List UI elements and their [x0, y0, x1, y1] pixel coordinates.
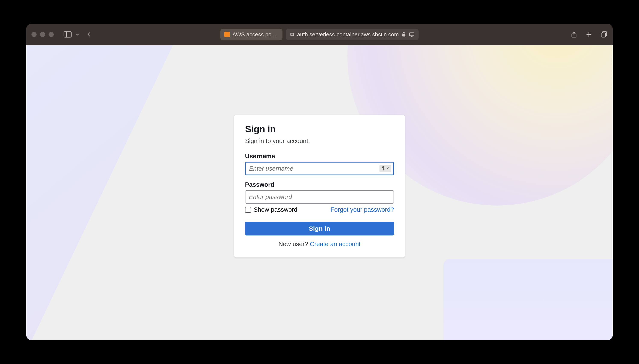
show-password-label: Show password — [254, 206, 297, 213]
create-account-link[interactable]: Create an account — [310, 240, 361, 248]
window-minimize-button[interactable] — [40, 32, 45, 37]
password-label: Password — [245, 181, 394, 188]
sidebar-toggle-button[interactable] — [64, 30, 72, 38]
username-input-wrap — [245, 162, 394, 175]
svg-rect-4 — [402, 34, 405, 36]
new-user-text: New user? — [278, 240, 310, 248]
svg-rect-5 — [410, 33, 414, 36]
forgot-password-link[interactable]: Forgot your password? — [330, 206, 394, 213]
browser-tab-label: AWS access por… — [232, 31, 279, 38]
decor-card — [444, 259, 613, 340]
new-tab-button[interactable] — [585, 31, 592, 38]
svg-rect-3 — [291, 34, 293, 36]
tab-overview-button[interactable] — [600, 31, 607, 38]
address-bar[interactable]: auth.serverless-container.aws.sbstjn.com — [286, 29, 419, 40]
browser-window: AWS access por… auth.serverless-containe… — [26, 24, 613, 340]
signin-subtitle: Sign in to your account. — [245, 138, 394, 144]
keychain-autofill-button[interactable] — [379, 165, 391, 172]
address-text: auth.serverless-container.aws.sbstjn.com — [297, 31, 399, 38]
username-input[interactable] — [245, 162, 394, 175]
svg-rect-11 — [601, 33, 605, 37]
password-row: Show password Forgot your password? — [245, 206, 394, 213]
browser-tab-aws[interactable]: AWS access por… — [220, 29, 282, 40]
window-zoom-button[interactable] — [49, 32, 54, 37]
signin-card: Sign in Sign in to your account. Usernam… — [234, 115, 405, 258]
username-group: Username — [245, 153, 394, 175]
reader-mode-icon[interactable] — [409, 32, 415, 38]
signin-submit-button[interactable]: Sign in — [245, 222, 394, 236]
password-group: Password Show password Forgot your passw… — [245, 181, 394, 213]
new-user-row: New user? Create an account — [245, 240, 394, 248]
chevron-down-icon — [386, 166, 389, 170]
username-label: Username — [245, 153, 394, 160]
page-content: Sign in Sign in to your account. Usernam… — [26, 45, 613, 340]
svg-point-12 — [382, 166, 384, 168]
signin-title: Sign in — [245, 124, 394, 134]
window-controls — [32, 32, 54, 37]
tab-and-address-group: AWS access por… auth.serverless-containe… — [220, 29, 419, 40]
nav-back-button[interactable] — [86, 32, 92, 38]
svg-rect-0 — [64, 32, 72, 38]
show-password-toggle[interactable]: Show password — [245, 206, 297, 213]
svg-rect-14 — [383, 170, 384, 170]
site-settings-icon — [290, 32, 294, 37]
password-input[interactable] — [245, 190, 394, 204]
checkbox-icon — [245, 207, 251, 213]
tab-group-menu-button[interactable] — [76, 32, 79, 36]
share-button[interactable] — [570, 31, 577, 38]
lock-icon — [401, 32, 406, 37]
aws-favicon-icon — [224, 32, 230, 37]
screenshot-root: AWS access por… auth.serverless-containe… — [0, 0, 639, 364]
toolbar-right-group — [570, 31, 607, 38]
window-close-button[interactable] — [32, 32, 37, 37]
browser-toolbar: AWS access por… auth.serverless-containe… — [26, 24, 613, 45]
